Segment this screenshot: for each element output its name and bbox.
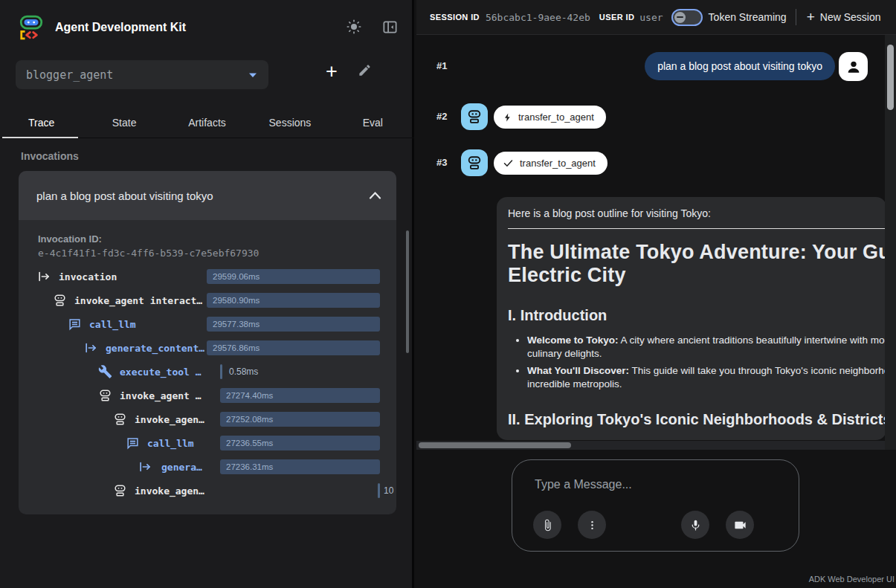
event-index: #1 [436, 60, 447, 71]
bullet-item: Welcome to Tokyo: A city where ancient t… [527, 334, 886, 361]
duration-bar-tiny [378, 483, 380, 498]
chat-bubble-icon [68, 317, 82, 332]
user-avatar [839, 52, 868, 81]
trace-row-invocation[interactable]: invocation 29599.06ms [19, 265, 396, 288]
tab-state[interactable]: State [83, 107, 165, 138]
add-session-button[interactable]: + [326, 61, 338, 82]
session-id-value: 56bcabc1-9aee-42eb [486, 12, 590, 23]
paperclip-icon [541, 519, 554, 532]
collapse-panel-icon[interactable] [381, 18, 399, 36]
adk-logo-icon [18, 15, 45, 40]
duration-bar: 27252.08ms [220, 412, 380, 427]
introduction-bullets: Welcome to Tokyo: A city where ancient t… [508, 334, 886, 391]
theme-toggle-icon[interactable] [345, 18, 363, 36]
microphone-button[interactable] [681, 511, 709, 539]
duration-bar: 29599.06ms [207, 269, 380, 284]
tab-bar: Trace State Artifacts Sessions Eval [0, 107, 414, 138]
maps-to-icon [84, 341, 98, 355]
chat-panel: SESSION ID 56bcabc1-9aee-42eb USER ID us… [416, 0, 896, 588]
robot-icon [113, 413, 127, 427]
trace-row-invoke-agent[interactable]: invoke_agen… 10 [19, 479, 396, 503]
duration-bar-tiny [220, 364, 222, 379]
trace-row-call-llm[interactable]: call_llm 27236.55ms [19, 431, 396, 455]
user-id-value: user [639, 12, 663, 23]
section-introduction: I. Introduction [508, 307, 886, 324]
message-input[interactable]: Type a Message... [535, 478, 632, 491]
adk-footer-label: ADK Web Developer UI [809, 575, 895, 584]
maps-to-icon [138, 460, 152, 474]
markdown-divider [508, 228, 886, 229]
left-panel-scrollbar[interactable] [406, 230, 409, 353]
chevron-up-icon[interactable] [369, 191, 381, 200]
event-index: #3 [436, 157, 447, 168]
duration-bar: 27236.31ms [220, 459, 380, 474]
kebab-menu-icon [587, 520, 598, 531]
vertical-scrollbar[interactable] [885, 35, 896, 450]
trace-row-generate-content[interactable]: generate_content… 29576.86ms [19, 336, 396, 360]
tab-artifacts[interactable]: Artifacts [166, 107, 248, 138]
trace-row-invoke-agent[interactable]: invoke_agen… 27252.08ms [19, 407, 396, 431]
assistant-message-card: Here is a blog post outline for visiting… [497, 197, 886, 440]
chevron-down-icon [248, 71, 258, 79]
trace-row-call-llm[interactable]: call_llm 29577.38ms [19, 312, 396, 336]
tab-trace[interactable]: Trace [0, 107, 83, 138]
invocations-heading: Invocations [21, 150, 79, 162]
left-panel: Agent Development Kit blogger_agent [0, 0, 414, 588]
invocation-card: plan a blog post about visiting tokyo In… [19, 171, 396, 514]
attach-file-button[interactable] [533, 511, 561, 539]
chat-event-1: #1 plan a blog post about visiting tokyo [416, 52, 896, 81]
function-call-chip[interactable]: transfer_to_agent [494, 106, 606, 129]
trace-row-invoke-agent[interactable]: invoke_agent … 27274.40ms [19, 384, 396, 407]
vertical-scroll-thumb[interactable] [887, 45, 894, 110]
blog-title: The Ultimate Tokyo Adventure: Your Guide… [508, 241, 886, 287]
section-neighborhoods: II. Exploring Tokyo's Iconic Neighborhoo… [508, 411, 886, 428]
edit-agent-icon[interactable] [358, 63, 372, 80]
duration-bar: 27236.55ms [220, 436, 380, 450]
plus-icon: + [807, 11, 815, 23]
chat-event-3: #3 transfer_to_agent [416, 149, 896, 177]
invocation-id-value: e-4c1f41f1-fd3c-4ff6-b539-c7e5ebf67930 [38, 248, 259, 259]
maps-to-icon [37, 270, 51, 284]
new-session-button[interactable]: + New Session [807, 11, 881, 23]
more-options-button[interactable] [578, 511, 606, 539]
robot-icon [113, 484, 127, 498]
trace-row-invoke-agent[interactable]: invoke_agent interact… 29580.90ms [19, 288, 396, 312]
mic-icon [689, 519, 702, 532]
horizontal-scroll-thumb[interactable] [419, 442, 571, 448]
agent-select-dropdown[interactable]: blogger_agent [16, 60, 268, 89]
tab-sessions[interactable]: Sessions [248, 107, 331, 138]
trace-row-execute-tool[interactable]: execute_tool … 0.58ms [19, 360, 396, 384]
duration-bar: 29577.38ms [207, 317, 380, 332]
event-index: #2 [436, 111, 447, 122]
invocation-id-label: Invocation ID: [38, 233, 102, 245]
toggle-dash-icon [677, 16, 683, 18]
robot-icon [466, 155, 483, 171]
robot-icon [53, 294, 67, 308]
assistant-intro-text: Here is a blog post outline for visiting… [508, 207, 886, 219]
agent-select-value: blogger_agent [26, 68, 248, 82]
chat-bubble-icon [126, 436, 140, 450]
token-streaming-toggle[interactable] [671, 9, 703, 26]
bot-avatar [461, 103, 488, 130]
duration-bar: 27274.40ms [220, 388, 380, 403]
topbar-divider [796, 9, 796, 25]
invocation-title: plan a blog post about visiting tokyo [36, 190, 369, 202]
app-title: Agent Development Kit [55, 21, 186, 34]
robot-icon [98, 389, 112, 403]
duration-bar: 29576.86ms [207, 340, 380, 355]
tab-eval[interactable]: Eval [332, 107, 414, 138]
invocation-card-header[interactable]: plan a blog post about visiting tokyo [19, 171, 396, 220]
trace-row-generate-content[interactable]: genera… 27236.31ms [19, 455, 396, 479]
user-id-label: USER ID [599, 13, 634, 22]
video-button[interactable] [726, 511, 754, 539]
horizontal-scrollbar[interactable] [416, 441, 885, 450]
bot-avatar [461, 149, 488, 176]
app-header: Agent Development Kit [18, 15, 186, 40]
videocam-icon [733, 518, 747, 532]
message-composer[interactable]: Type a Message... [512, 459, 799, 552]
wrench-icon [98, 365, 112, 379]
session-id-label: SESSION ID [430, 13, 480, 22]
function-response-chip[interactable]: transfer_to_agent [494, 152, 607, 175]
chat-event-2: #2 transfer_to_agent [416, 103, 896, 131]
trace-tree: invocation 29599.06ms invoke_agent inter… [19, 265, 396, 503]
